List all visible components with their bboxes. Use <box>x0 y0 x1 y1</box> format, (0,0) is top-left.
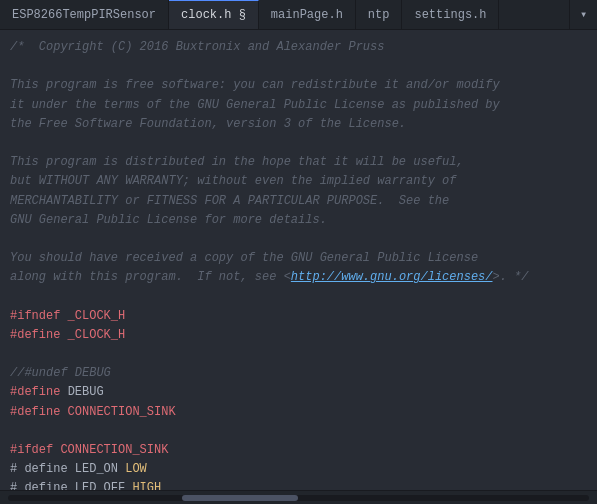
horizontal-scrollbar[interactable] <box>0 490 597 504</box>
tab-mainpage[interactable]: mainPage.h <box>259 0 356 29</box>
code-line: You should have received a copy of the G… <box>10 249 587 268</box>
tab-ntp-label: ntp <box>368 8 390 22</box>
code-line: //#undef DEBUG <box>10 364 587 383</box>
code-line <box>10 57 587 76</box>
code-line: GNU General Public License for more deta… <box>10 211 587 230</box>
tab-mainpage-label: mainPage.h <box>271 8 343 22</box>
gnu-license-link[interactable]: http://www.gnu.org/licenses/ <box>291 270 493 284</box>
code-line <box>10 287 587 306</box>
code-line: /* Copyright (C) 2016 Buxtronix and Alex… <box>10 38 587 57</box>
tab-bar: ESP8266TempPIRSensor clock.h § mainPage.… <box>0 0 597 30</box>
code-line: This program is distributed in the hope … <box>10 153 587 172</box>
code-line: #ifndef _CLOCK_H <box>10 307 587 326</box>
code-line: but WITHOUT ANY WARRANTY; without even t… <box>10 172 587 191</box>
scrollbar-track <box>8 495 589 501</box>
tab-settings-label: settings.h <box>414 8 486 22</box>
code-line: This program is free software: you can r… <box>10 76 587 95</box>
code-line: MERCHANTABILITY or FITNESS FOR A PARTICU… <box>10 192 587 211</box>
code-line: #define DEBUG <box>10 383 587 402</box>
code-line <box>10 230 587 249</box>
tab-esp-label: ESP8266TempPIRSensor <box>12 8 156 22</box>
tab-settings[interactable]: settings.h <box>402 0 499 29</box>
tab-clock[interactable]: clock.h § <box>169 0 259 29</box>
code-line: #define _CLOCK_H <box>10 326 587 345</box>
scrollbar-thumb[interactable] <box>182 495 298 501</box>
code-line <box>10 134 587 153</box>
code-line: it under the terms of the GNU General Pu… <box>10 96 587 115</box>
code-line: the Free Software Foundation, version 3 … <box>10 115 587 134</box>
code-line: #ifdef CONNECTION_SINK <box>10 441 587 460</box>
tab-ntp[interactable]: ntp <box>356 0 403 29</box>
tab-dropdown-button[interactable]: ▾ <box>569 0 597 29</box>
code-line: # define LED_OFF HIGH <box>10 479 587 490</box>
code-line: # define LED_ON LOW <box>10 460 587 479</box>
code-line: along with this program. If not, see <ht… <box>10 268 587 287</box>
code-line: #define CONNECTION_SINK <box>10 403 587 422</box>
tab-esp8266[interactable]: ESP8266TempPIRSensor <box>0 0 169 29</box>
code-line <box>10 345 587 364</box>
code-editor: /* Copyright (C) 2016 Buxtronix and Alex… <box>0 30 597 490</box>
tab-clock-label: clock.h § <box>181 8 246 22</box>
chevron-down-icon: ▾ <box>580 7 587 22</box>
code-line <box>10 422 587 441</box>
